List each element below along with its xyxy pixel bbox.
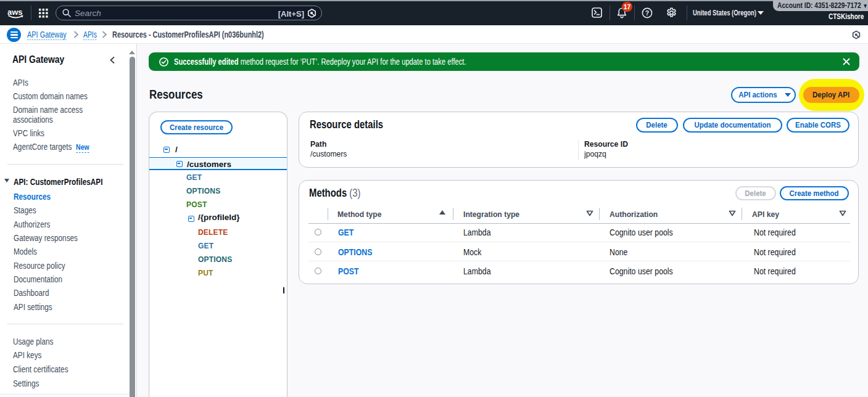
svg-text:?: ? (645, 9, 649, 17)
svg-text:aws: aws (7, 7, 23, 17)
